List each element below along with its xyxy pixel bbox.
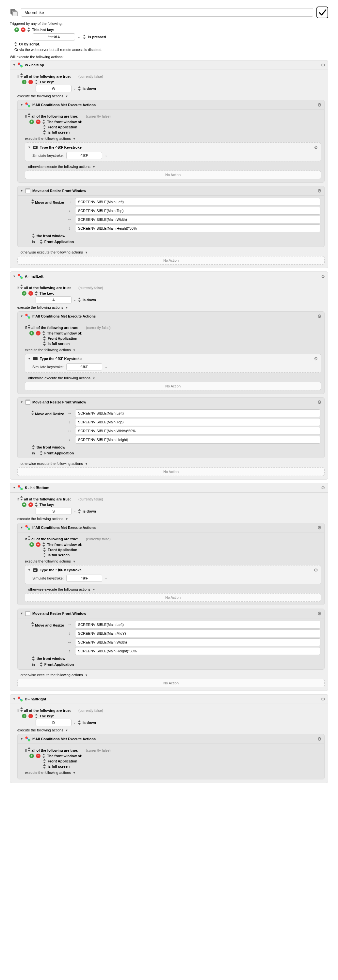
- remove-condition-button[interactable]: −: [36, 119, 41, 124]
- condition-stepper[interactable]: [43, 119, 45, 124]
- disclosure-triangle[interactable]: ▼: [65, 729, 68, 732]
- move-stepper[interactable]: [31, 410, 34, 415]
- disclosure-triangle[interactable]: ▼: [28, 568, 31, 572]
- disclosure-triangle[interactable]: ▼: [73, 137, 76, 140]
- move-value-input[interactable]: SCREENVISIBLE(Main,Height)*50%: [75, 224, 321, 232]
- gear-icon[interactable]: ⚙: [317, 102, 322, 108]
- move-value-input[interactable]: SCREENVISIBLE(Main,Width)*50%: [75, 427, 321, 435]
- gear-icon[interactable]: ⚙: [321, 274, 325, 279]
- add-condition-button[interactable]: +: [29, 331, 34, 336]
- no-action-placeholder[interactable]: No Action: [17, 679, 325, 687]
- disclosure-triangle[interactable]: ▼: [85, 462, 88, 466]
- gear-icon[interactable]: ⚙: [317, 525, 322, 530]
- disclosure-triangle[interactable]: ▼: [85, 674, 88, 677]
- no-action-placeholder[interactable]: No Action: [25, 382, 321, 390]
- target-stepper[interactable]: [32, 656, 35, 661]
- disclosure-triangle[interactable]: ▼: [73, 348, 76, 352]
- disclosure-triangle[interactable]: ▼: [20, 189, 23, 192]
- if-stepper[interactable]: [28, 113, 30, 118]
- disclosure-triangle[interactable]: ▼: [13, 697, 16, 701]
- move-value-input[interactable]: SCREENVISIBLE(Main,MidY): [75, 630, 321, 637]
- target-stepper[interactable]: [32, 445, 35, 450]
- state-stepper[interactable]: [78, 509, 81, 514]
- disclosure-triangle[interactable]: ▼: [85, 251, 88, 254]
- disclosure-triangle[interactable]: ▼: [13, 486, 16, 489]
- add-condition-button[interactable]: +: [22, 714, 27, 718]
- disclosure-triangle[interactable]: ▼: [20, 612, 23, 615]
- fullscreen-stepper[interactable]: [43, 341, 46, 346]
- key-field[interactable]: W: [36, 85, 71, 92]
- macro-enabled-checkbox[interactable]: [316, 6, 328, 18]
- fullscreen-stepper[interactable]: [43, 764, 46, 768]
- disclosure-triangle[interactable]: ▼: [20, 526, 23, 529]
- disclosure-triangle[interactable]: ▼: [65, 306, 68, 309]
- macro-title-input[interactable]: [21, 8, 313, 17]
- if-stepper[interactable]: [28, 747, 30, 752]
- add-condition-button[interactable]: +: [29, 119, 34, 124]
- gear-icon[interactable]: ⚙: [321, 62, 325, 68]
- pressed-stepper[interactable]: [83, 35, 86, 39]
- fullscreen-stepper[interactable]: [43, 553, 46, 557]
- hotkey-dropdown[interactable]: ⌄: [78, 35, 80, 38]
- no-action-placeholder[interactable]: No Action: [25, 593, 321, 602]
- disclosure-triangle[interactable]: ▼: [73, 771, 76, 775]
- disclosure-triangle[interactable]: ▼: [20, 315, 23, 318]
- if-stepper[interactable]: [28, 325, 30, 329]
- key-field[interactable]: S: [36, 508, 71, 515]
- disclosure-triangle[interactable]: ▼: [13, 275, 16, 278]
- disclosure-triangle[interactable]: ▼: [20, 103, 23, 107]
- condition-stepper[interactable]: [35, 291, 38, 296]
- remove-condition-button[interactable]: −: [29, 291, 33, 296]
- move-value-input[interactable]: SCREENVISIBLE(Main,Height): [75, 436, 321, 444]
- condition-stepper[interactable]: [43, 754, 45, 758]
- add-condition-button[interactable]: +: [22, 503, 27, 507]
- if-stepper[interactable]: [20, 496, 23, 500]
- remove-condition-button[interactable]: −: [29, 80, 33, 84]
- gear-icon[interactable]: ⚙: [321, 485, 325, 490]
- disclosure-triangle[interactable]: ▼: [20, 737, 23, 741]
- app-stepper[interactable]: [43, 759, 46, 764]
- add-condition-button[interactable]: +: [29, 754, 34, 758]
- move-value-input[interactable]: SCREENVISIBLE(Main,Height)*50%: [75, 647, 321, 655]
- in-stepper[interactable]: [40, 239, 43, 244]
- fullscreen-stepper[interactable]: [43, 130, 46, 135]
- keystroke-field[interactable]: ^⌘F: [66, 574, 102, 582]
- no-action-placeholder[interactable]: No Action: [25, 170, 321, 179]
- condition-stepper[interactable]: [35, 503, 38, 507]
- remove-condition-button[interactable]: −: [36, 331, 41, 336]
- move-stepper[interactable]: [31, 622, 34, 627]
- add-trigger-button[interactable]: +: [14, 27, 19, 32]
- gear-icon[interactable]: ⚙: [317, 188, 322, 193]
- move-value-input[interactable]: SCREENVISIBLE(Main,Top): [75, 207, 321, 215]
- app-stepper[interactable]: [43, 125, 46, 129]
- move-value-input[interactable]: SCREENVISIBLE(Main,Width): [75, 638, 321, 646]
- keystroke-dropdown[interactable]: ⌄: [105, 577, 108, 580]
- disclosure-triangle[interactable]: ▼: [92, 165, 95, 169]
- condition-stepper[interactable]: [35, 714, 38, 718]
- remove-condition-button[interactable]: −: [36, 754, 41, 758]
- in-stepper[interactable]: [40, 451, 43, 455]
- remove-condition-button[interactable]: −: [36, 542, 41, 547]
- add-condition-button[interactable]: +: [22, 80, 27, 84]
- no-action-placeholder[interactable]: No Action: [17, 256, 325, 265]
- script-stepper[interactable]: [14, 42, 17, 46]
- no-action-placeholder[interactable]: No Action: [17, 468, 325, 476]
- keystroke-field[interactable]: ^⌘F: [66, 363, 102, 371]
- gear-icon[interactable]: ⚙: [317, 736, 322, 741]
- disclosure-triangle[interactable]: ▼: [65, 95, 68, 98]
- in-stepper[interactable]: [40, 662, 43, 667]
- key-dropdown[interactable]: ⌄: [73, 298, 76, 302]
- gear-icon[interactable]: ⚙: [317, 611, 322, 616]
- app-stepper[interactable]: [43, 336, 46, 341]
- disclosure-triangle[interactable]: ▼: [73, 560, 76, 563]
- disclosure-triangle[interactable]: ▼: [92, 588, 95, 591]
- move-value-input[interactable]: SCREENVISIBLE(Main,Left): [75, 198, 321, 206]
- state-stepper[interactable]: [78, 720, 81, 725]
- gear-icon[interactable]: ⚙: [317, 313, 322, 319]
- disclosure-triangle[interactable]: ▼: [13, 64, 16, 67]
- remove-condition-button[interactable]: −: [29, 714, 33, 718]
- remove-condition-button[interactable]: −: [29, 503, 33, 507]
- disclosure-triangle[interactable]: ▼: [92, 377, 95, 380]
- gear-icon[interactable]: ⚙: [314, 145, 318, 150]
- app-stepper[interactable]: [43, 547, 46, 552]
